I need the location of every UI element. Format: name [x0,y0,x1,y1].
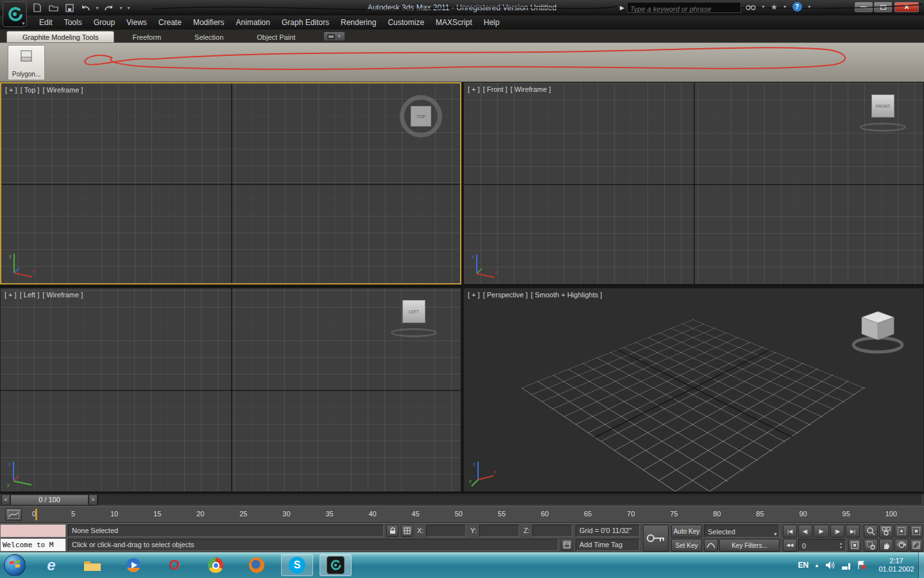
help-caret[interactable]: ▼ [807,4,812,9]
menu-item-rendering[interactable]: Rendering [335,15,382,30]
viewcube[interactable]: FRONT [858,92,908,132]
taskbar-firefox[interactable] [243,554,271,576]
isolate-selection-button[interactable] [848,539,861,552]
set-keys-button[interactable] [643,525,669,552]
viewcube[interactable]: TOP [400,95,442,137]
orbit-button[interactable] [894,539,909,552]
viewport-menu-shading[interactable]: [ Smooth + Highlights ] [531,291,602,299]
redo-dropdown-caret[interactable]: ▼ [119,6,123,10]
auto-key-button[interactable]: Auto Key [671,525,702,538]
taskbar-opera[interactable]: O [160,554,189,576]
help-icon[interactable]: ? [792,2,802,12]
go-to-end-button[interactable]: ▶| [846,525,860,538]
viewport-menu-shading[interactable]: [ Wireframe ] [42,291,83,299]
zoom-extents-button[interactable] [894,525,909,538]
start-button[interactable] [4,554,26,576]
application-menu-button[interactable]: ▼ [3,1,27,27]
time-slider-handle[interactable]: 0 / 100 [10,495,89,505]
selection-lock-toggle[interactable] [386,525,398,537]
viewcube[interactable]: LEFT [389,297,439,337]
tab-freeform[interactable]: Freeform [117,31,176,42]
subscription-caret[interactable]: ▼ [761,4,766,9]
viewport-perspective[interactable]: [ + ] [ Perspective ] [ Smooth + Highlig… [463,288,924,492]
next-frame-button[interactable]: |▶ [830,525,844,538]
pan-view-button[interactable] [879,539,893,552]
volume-icon[interactable] [825,561,835,570]
chevron-down-icon[interactable]: ▼ [773,529,778,538]
tab-object-paint[interactable]: Object Paint [241,31,311,42]
close-button[interactable]: × [894,2,919,12]
menu-item-graph-editors[interactable]: Graph Editors [276,15,335,30]
taskbar-media-player[interactable] [119,554,148,576]
selection-set-dropdown[interactable]: Selected ▼ [704,525,780,538]
undo-dropdown-caret[interactable]: ▼ [95,6,99,10]
taskbar-explorer-folder[interactable] [78,554,107,576]
maxscript-mini-listener-macro[interactable] [0,524,66,538]
language-indicator[interactable]: EN [798,561,809,570]
frame-spinner[interactable]: ▲ ▼ [837,540,844,550]
viewport-menu-plus[interactable]: [ + ] [468,85,480,93]
menu-item-maxscript[interactable]: MAXScript [430,15,478,30]
viewport-left[interactable]: [ + ] [ Left ] [ Wireframe ] LEFT z y [0,288,461,492]
maxscript-mini-listener[interactable]: Welcome to M [0,538,66,552]
menu-item-tools[interactable]: Tools [58,15,88,30]
zoom-region-button[interactable] [864,539,878,552]
undo-button[interactable] [79,2,92,13]
taskbar-clock[interactable]: 2:17 01.01.2002 [871,557,921,574]
viewport-menu-name[interactable]: [ Perspective ] [483,291,528,299]
previous-frame-button[interactable]: ◀| [798,525,812,538]
menu-item-views[interactable]: Views [121,15,153,30]
save-file-button[interactable] [63,2,76,13]
tab-graphite-modeling-tools[interactable]: Graphite Modeling Tools [6,31,114,42]
qat-overflow-caret[interactable]: ▼ [126,6,131,10]
polygon-modeling-button[interactable]: Polygon... [8,45,45,80]
viewport-menu-plus[interactable]: [ + ] [4,291,17,299]
tray-expand-icon[interactable]: ▲ [814,563,819,568]
viewcube[interactable] [850,306,905,358]
show-desktop-button[interactable] [918,552,924,578]
viewport-menu-name[interactable]: [ Front ] [483,85,508,93]
new-file-button[interactable] [31,2,44,13]
menu-item-modifiers[interactable]: Modifiers [187,15,230,30]
favorites-star-icon[interactable]: ★ [771,3,778,12]
search-input[interactable] [628,4,740,14]
z-coordinate-input[interactable] [533,525,572,537]
notification-panel-button[interactable] [561,539,573,551]
time-slider-track[interactable] [98,495,923,505]
action-center-flag-icon[interactable] [857,561,866,570]
viewport-menu-plus[interactable]: [ + ] [5,86,17,94]
maximize-button[interactable] [874,2,892,12]
ribbon-minimize-button[interactable]: ▼ [323,31,345,41]
menu-item-animation[interactable]: Animation [230,15,276,30]
taskbar-internet-explorer[interactable]: e [37,554,65,576]
viewport-menu-shading[interactable]: [ Wireframe ] [511,85,551,93]
viewcube-face[interactable]: LEFT [402,300,425,323]
viewport-front[interactable]: [ + ] [ Front ] [ Wireframe ] FRONT z x [463,82,924,285]
viewport-menu-plus[interactable]: [ + ] [468,291,480,299]
viewcube-face[interactable]: FRONT [871,94,894,118]
absolute-mode-toggle[interactable] [401,525,413,537]
spin-down-icon[interactable]: ▼ [837,546,844,549]
menu-item-edit[interactable]: Edit [33,15,58,30]
viewport-top[interactable]: [ + ] [ Top ] [ Wireframe ] TOP y x [0,82,461,285]
taskbar-3dsmax[interactable] [320,554,352,576]
subscription-icon[interactable] [746,3,756,11]
current-frame-field[interactable]: 0 ▲ ▼ [798,539,846,552]
set-key-button[interactable]: Set Key [671,539,702,552]
mini-curve-editor-button[interactable] [5,508,22,521]
add-time-tag-field[interactable]: Add Time Tag [576,539,640,551]
spin-up-icon[interactable]: ▲ [837,542,844,545]
go-to-start-button[interactable]: |◀ [783,525,797,538]
minimize-button[interactable] [855,2,873,12]
favorites-caret[interactable]: ▼ [783,4,787,9]
play-button[interactable]: ▶ [814,525,829,538]
viewport-menu-name[interactable]: [ Left ] [20,291,40,299]
menu-item-customize[interactable]: Customize [382,15,430,30]
viewport-menu-shading[interactable]: [ Wireframe ] [42,86,83,94]
menu-item-help[interactable]: Help [478,15,506,30]
open-file-button[interactable] [47,2,60,13]
search-arrow-icon[interactable]: ▶ [620,4,624,11]
key-filters-button[interactable]: Key Filters... [719,539,780,552]
menu-item-create[interactable]: Create [153,15,187,30]
taskbar-chrome[interactable] [201,554,230,576]
